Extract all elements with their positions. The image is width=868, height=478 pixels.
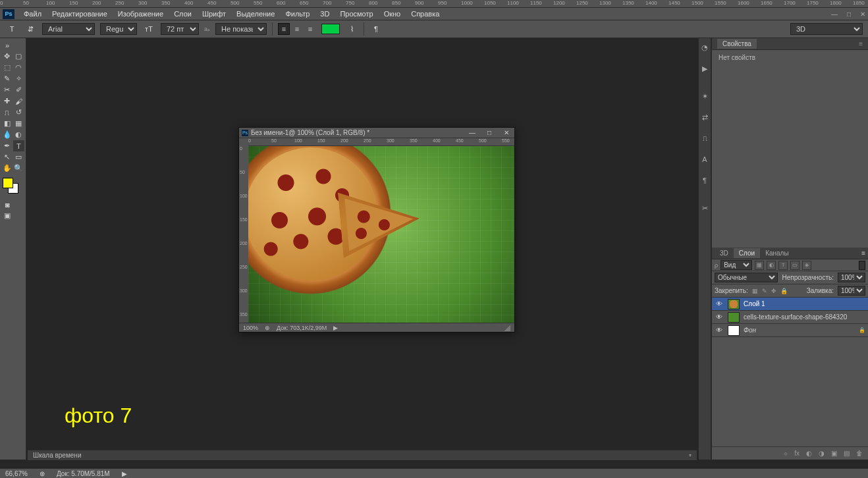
hand-tool-icon[interactable]: ✋ xyxy=(1,163,13,174)
new-layer-icon[interactable]: ▤ xyxy=(844,450,850,457)
warp-text-icon[interactable]: ⌇ xyxy=(345,22,358,36)
workspace-mode-select[interactable]: 3D xyxy=(790,23,863,35)
lock-pixels-icon[interactable]: ✎ xyxy=(762,288,767,294)
history-brush-tool-icon[interactable]: ↺ xyxy=(13,107,25,118)
fill-select[interactable]: 100% xyxy=(838,286,865,296)
filter-pixel-icon[interactable]: ▦ xyxy=(755,261,764,270)
menu-item[interactable]: Просмотр xyxy=(335,10,378,18)
filter-smart-icon[interactable]: ◈ xyxy=(802,261,811,270)
brush-tool-icon[interactable]: 🖌 xyxy=(13,95,25,107)
layer-name[interactable]: cells-texture-surface-shape-684320 xyxy=(744,313,847,321)
foreground-color-icon[interactable] xyxy=(3,178,13,188)
layer-fx-icon[interactable]: fx xyxy=(794,450,800,457)
layer-thumbnail[interactable] xyxy=(728,312,740,323)
delete-layer-icon[interactable]: 🗑 xyxy=(856,450,863,457)
lock-position-icon[interactable]: ✥ xyxy=(771,288,776,294)
spot-heal-tool-icon[interactable]: ✚ xyxy=(1,95,13,107)
visibility-icon[interactable]: 👁 xyxy=(715,300,724,307)
char-panel-icon[interactable]: A xyxy=(699,154,710,165)
antialias-select[interactable]: Не показывать xyxy=(215,23,267,35)
lock-transparent-icon[interactable]: ▦ xyxy=(752,288,758,294)
font-style-select[interactable]: Regular xyxy=(100,23,137,35)
screenmode-icon[interactable]: ▣ xyxy=(1,210,13,221)
quickmask-icon[interactable]: ◙ xyxy=(1,199,13,210)
type-tool-icon[interactable]: T xyxy=(5,22,18,36)
layer-row[interactable]: 👁 Фон 🔒 xyxy=(712,324,868,337)
history-panel-icon[interactable]: ◔ xyxy=(699,42,710,53)
tab-3d[interactable]: 3D xyxy=(715,248,734,258)
clone-source-icon[interactable]: ⎍ xyxy=(699,133,710,144)
properties-tab[interactable]: Свойства xyxy=(717,39,757,49)
filter-toggle-icon[interactable] xyxy=(859,261,865,270)
doc-minimize-icon[interactable]: — xyxy=(467,129,477,137)
brush-presets-icon[interactable]: ⇄ xyxy=(699,112,710,122)
blur-tool-icon[interactable]: 💧 xyxy=(1,129,13,140)
dodge-tool-icon[interactable]: ◐ xyxy=(13,129,25,140)
timeline-panel-header[interactable]: Шкала времени ▾ xyxy=(28,450,697,460)
link-layers-icon[interactable]: ⟐ xyxy=(784,450,788,457)
resize-handle-icon[interactable] xyxy=(504,325,510,331)
text-color-swatch[interactable] xyxy=(321,24,340,34)
lasso-tool-icon[interactable]: ◠ xyxy=(13,62,25,73)
filter-shape-icon[interactable]: ▭ xyxy=(790,261,800,270)
layer-name[interactable]: Слой 1 xyxy=(744,300,765,307)
menu-item[interactable]: Выделение xyxy=(231,10,280,18)
menu-item[interactable]: Слои xyxy=(169,10,197,18)
doc-play-icon[interactable]: ▶ xyxy=(333,325,338,331)
shape-tool-icon[interactable]: ▭ xyxy=(13,151,25,163)
font-size-select[interactable]: 72 пт xyxy=(161,23,199,35)
doc-globe-icon[interactable]: ⊕ xyxy=(265,325,270,331)
layer-mask-icon[interactable]: ◐ xyxy=(806,450,812,457)
zoom-tool-icon[interactable]: 🔍 xyxy=(13,163,25,174)
tools-presets-icon[interactable]: ✂ xyxy=(699,203,710,213)
canvas[interactable] xyxy=(248,146,514,323)
character-panel-icon[interactable]: ¶ xyxy=(369,22,383,36)
restore-icon[interactable]: □ xyxy=(847,11,851,18)
crop-tool-icon[interactable]: ✂ xyxy=(1,84,13,95)
artboard-tool-icon[interactable]: ▢ xyxy=(13,51,25,62)
paragraph-panel-icon[interactable]: ¶ xyxy=(699,175,710,186)
panel-menu-icon[interactable]: ≡ xyxy=(859,40,863,47)
filter-kind-select[interactable]: Вид xyxy=(720,260,752,270)
doc-maximize-icon[interactable]: □ xyxy=(484,129,495,137)
globe-icon[interactable]: ⊕ xyxy=(40,470,45,477)
move-tool-icon[interactable]: ✥ xyxy=(1,51,13,62)
layer-row[interactable]: 👁 cells-texture-surface-shape-684320 xyxy=(712,311,868,324)
zoom-level[interactable]: 66,67% xyxy=(5,470,28,477)
layers-menu-icon[interactable]: ≡ xyxy=(861,250,865,257)
document-titlebar[interactable]: Ps Без имени-1@ 100% (Слой 1, RGB/8) * —… xyxy=(239,128,514,138)
font-family-select[interactable]: Arial xyxy=(42,23,95,35)
visibility-icon[interactable]: 👁 xyxy=(715,313,724,321)
layer-thumbnail[interactable] xyxy=(728,299,740,309)
path-select-tool-icon[interactable]: ↖ xyxy=(1,151,13,163)
visibility-icon[interactable]: 👁 xyxy=(715,327,724,334)
minimize-icon[interactable]: — xyxy=(831,11,838,18)
magic-wand-tool-icon[interactable]: ✧ xyxy=(13,73,25,84)
adjustment-layer-icon[interactable]: ◑ xyxy=(819,450,825,457)
tab-layers[interactable]: Слои xyxy=(734,248,760,258)
color-swatches[interactable] xyxy=(1,176,24,195)
tab-channels[interactable]: Каналы xyxy=(760,248,794,258)
expand-icon[interactable]: » xyxy=(1,40,13,51)
brush-panel-icon[interactable]: ✶ xyxy=(699,91,710,101)
menu-item[interactable]: Редактирование xyxy=(47,10,113,18)
menu-item[interactable]: Справка xyxy=(406,10,445,18)
orientation-icon[interactable]: ⇵ xyxy=(24,22,37,36)
align-center-icon[interactable]: ≡ xyxy=(291,23,303,35)
collapse-icon[interactable]: ▾ xyxy=(689,452,692,458)
marquee-tool-icon[interactable]: ⬚ xyxy=(1,62,13,73)
doc-close-icon[interactable]: ✕ xyxy=(501,129,512,137)
menu-item[interactable]: Фильтр xyxy=(280,10,315,18)
blend-mode-select[interactable]: Обычные xyxy=(715,273,778,282)
eyedropper-tool-icon[interactable]: ✐ xyxy=(13,84,25,95)
play-icon[interactable]: ▶ xyxy=(122,470,127,477)
gradient-tool-icon[interactable]: ▦ xyxy=(13,118,25,129)
group-icon[interactable]: ▣ xyxy=(831,450,837,457)
pen-tool-icon[interactable]: ✒ xyxy=(1,140,13,151)
opacity-select[interactable]: 100% xyxy=(838,273,865,282)
layer-thumbnail[interactable] xyxy=(728,325,740,336)
quick-select-tool-icon[interactable]: ✎ xyxy=(1,73,13,84)
filter-search-icon[interactable]: ρ xyxy=(715,262,718,269)
menu-item[interactable]: Изображение xyxy=(113,10,169,18)
menu-item[interactable]: Файл xyxy=(18,10,47,18)
